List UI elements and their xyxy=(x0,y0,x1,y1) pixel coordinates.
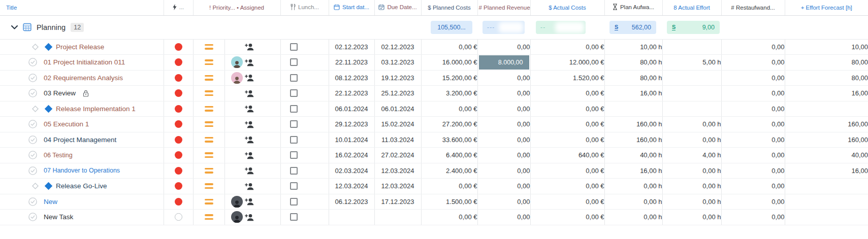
complete-toggle-icon[interactable] xyxy=(28,120,37,128)
priority-dot-cell[interactable] xyxy=(164,117,193,132)
priority-dot-red[interactable] xyxy=(175,151,182,159)
task-title[interactable]: 04 Project Management xyxy=(44,136,116,144)
remaining-effort-cell[interactable]: 0,00 xyxy=(721,194,785,210)
remaining-effort-cell[interactable]: 0,00 xyxy=(721,55,785,71)
lunch-checkbox[interactable] xyxy=(290,136,298,144)
column-header-flash[interactable]: ... xyxy=(164,0,193,15)
priority-dot-red[interactable] xyxy=(175,58,182,66)
equals-status-icon[interactable] xyxy=(205,168,213,174)
lunch-checkbox[interactable] xyxy=(290,89,298,97)
column-header-planned-revenues[interactable]: # Planned Revenues... xyxy=(477,0,530,15)
priority-dot-red[interactable] xyxy=(175,120,182,128)
remaining-effort-cell[interactable]: 0,00 xyxy=(721,39,785,55)
priority-dot-red[interactable] xyxy=(175,198,182,206)
chevron-down-icon[interactable] xyxy=(11,25,18,29)
priority-dot-red[interactable] xyxy=(175,89,182,97)
assign-user-button[interactable] xyxy=(244,120,254,128)
priority-dot-cell[interactable] xyxy=(164,179,193,194)
due-date-cell[interactable]: 06.01.2024 xyxy=(374,101,421,117)
planned-revenues-cell[interactable]: 0,00 xyxy=(477,70,530,86)
lunch-checkbox[interactable] xyxy=(290,58,298,66)
due-date-cell[interactable]: 17.12.2023 xyxy=(374,194,421,210)
priority-dot-cell[interactable] xyxy=(164,55,193,71)
column-header-start-date[interactable]: Start dat... xyxy=(329,0,374,15)
equals-status-icon[interactable] xyxy=(205,199,213,204)
remaining-effort-cell[interactable]: 0,00 xyxy=(721,163,785,179)
summary-chip-plan-effort[interactable]: S562,00 xyxy=(609,21,656,34)
remaining-effort-cell[interactable]: 0,00 xyxy=(721,70,785,86)
priority-dot-red[interactable] xyxy=(175,74,182,82)
complete-toggle-icon[interactable] xyxy=(28,151,37,159)
actual-effort-cell[interactable] xyxy=(662,39,721,55)
complete-toggle-icon[interactable] xyxy=(28,58,37,66)
summary-chip-actual-costs[interactable]: -- xyxy=(536,21,586,34)
actual-costs-cell[interactable]: 640,00 € xyxy=(530,148,604,163)
lunch-checkbox[interactable] xyxy=(290,120,298,128)
plan-effort-cell[interactable]: 160,00 h xyxy=(604,117,662,132)
column-header-actual-effort[interactable]: 8 Actual Effort xyxy=(662,0,721,15)
task-title[interactable]: New Task xyxy=(44,213,73,221)
effort-forecast-cell[interactable] xyxy=(785,210,868,225)
priority-dot-cell[interactable] xyxy=(164,163,193,179)
column-header-effort-forecast[interactable]: + Effort Forecast [h] xyxy=(785,0,868,15)
due-date-cell[interactable]: 19.12.2023 xyxy=(374,70,421,86)
plan-effort-cell[interactable]: 10,00 h xyxy=(604,39,662,55)
actual-costs-cell[interactable]: 0,00 € xyxy=(530,194,604,210)
planned-costs-cell[interactable]: 0,00 € xyxy=(421,210,477,225)
actual-costs-cell[interactable]: 12.000,00 € xyxy=(530,55,604,71)
planned-revenues-cell[interactable]: 0,00 xyxy=(477,101,530,117)
remaining-effort-cell[interactable]: 0,00 xyxy=(721,148,785,163)
priority-dot-cell[interactable] xyxy=(164,210,193,225)
effort-forecast-cell[interactable]: 160,00 xyxy=(785,132,868,148)
summary-chip-planned-revenues[interactable]: --- xyxy=(483,21,525,34)
planned-costs-cell[interactable]: 2.400,00 € xyxy=(421,163,477,179)
actual-costs-cell[interactable]: 0,00 € xyxy=(530,39,604,55)
remaining-effort-cell[interactable]: 0,00 xyxy=(721,86,785,101)
effort-forecast-cell[interactable] xyxy=(785,101,868,117)
actual-effort-cell[interactable] xyxy=(662,70,721,86)
start-date-cell[interactable]: 10.01.2024 xyxy=(329,132,374,148)
milestone-toggle-icon[interactable] xyxy=(31,182,40,190)
start-date-cell[interactable]: 22.11.2023 xyxy=(329,55,374,71)
effort-forecast-cell[interactable]: 16,00 xyxy=(785,86,868,101)
status-cell[interactable] xyxy=(193,210,224,225)
task-title[interactable]: 07 Handover to Operations xyxy=(44,167,120,174)
task-title[interactable]: New xyxy=(44,198,57,206)
actual-costs-cell[interactable]: 0,00 € xyxy=(530,117,604,132)
planned-costs-cell[interactable]: 0,00 € xyxy=(421,101,477,117)
lunch-checkbox[interactable] xyxy=(290,43,298,51)
planned-revenues-cell[interactable]: 0,00 xyxy=(477,163,530,179)
equals-status-icon[interactable] xyxy=(205,44,213,50)
due-date-cell[interactable] xyxy=(374,210,421,225)
effort-forecast-cell[interactable]: 16,00 xyxy=(785,163,868,179)
plan-effort-cell[interactable]: 80,00 h xyxy=(604,55,662,71)
start-date-cell[interactable]: 29.12.2023 xyxy=(329,117,374,132)
planned-costs-cell[interactable]: 3.200,00 € xyxy=(421,86,477,101)
assign-user-button[interactable] xyxy=(244,213,254,221)
milestone-toggle-icon[interactable] xyxy=(31,43,40,51)
actual-effort-cell[interactable]: 0,00 h xyxy=(662,179,721,194)
group-title[interactable]: Planning xyxy=(37,23,66,31)
milestone-toggle-icon[interactable] xyxy=(31,105,40,113)
priority-dot-red[interactable] xyxy=(175,136,182,144)
assign-user-button[interactable] xyxy=(244,89,254,97)
lunch-checkbox[interactable] xyxy=(290,167,298,175)
planned-costs-cell[interactable]: 1.500,00 € xyxy=(421,194,477,210)
actual-costs-cell[interactable]: 0,00 € xyxy=(530,179,604,194)
complete-toggle-icon[interactable] xyxy=(28,89,37,97)
assign-user-button[interactable] xyxy=(244,135,254,144)
equals-status-icon[interactable] xyxy=(205,59,213,65)
planned-revenues-cell[interactable]: 0,00 xyxy=(477,132,530,148)
priority-dot-red[interactable] xyxy=(175,167,182,175)
status-cell[interactable] xyxy=(193,101,224,117)
due-date-cell[interactable]: 11.03.2024 xyxy=(374,132,421,148)
task-title[interactable]: Release Go-Live xyxy=(56,182,107,190)
effort-forecast-cell[interactable] xyxy=(785,194,868,210)
column-header-priority-assigned[interactable]: ! Priority... • Assigned xyxy=(193,0,280,15)
task-title[interactable]: 03 Review xyxy=(44,89,76,97)
equals-status-icon[interactable] xyxy=(205,137,213,143)
plan-effort-cell[interactable] xyxy=(604,101,662,117)
complete-toggle-icon[interactable] xyxy=(28,166,37,175)
planned-costs-cell[interactable]: 33.600,00 € xyxy=(421,132,477,148)
remaining-effort-cell[interactable]: 0,00 xyxy=(721,179,785,194)
